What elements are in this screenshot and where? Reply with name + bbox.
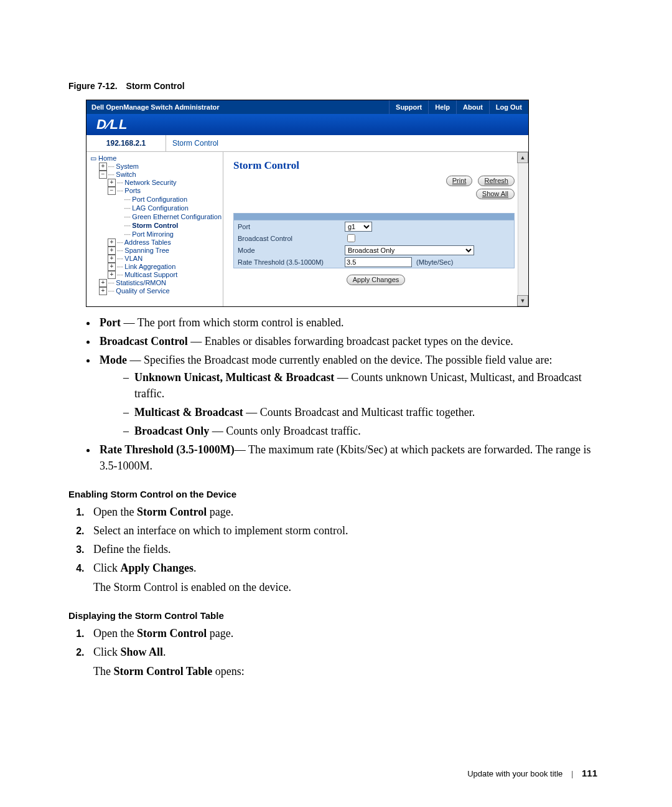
form-panel: Port g1 Broadcast Control Mode Broadcast… xyxy=(233,213,515,268)
breadcrumb-text: Storm Control xyxy=(166,135,528,151)
nav-item[interactable]: +····· System xyxy=(90,163,223,171)
step: Click Show All. xyxy=(87,643,607,661)
port-select[interactable]: g1 xyxy=(345,222,372,232)
nav-item[interactable]: +····· Link Aggregation xyxy=(90,263,223,271)
breadcrumb-row: 192.168.2.1 Storm Control xyxy=(86,135,528,152)
scroll-down-icon[interactable]: ▼ xyxy=(517,295,528,306)
section-displaying-steps: Open the Storm Control page.Click Show A… xyxy=(68,625,607,661)
collapse-icon[interactable]: − xyxy=(108,187,116,195)
field-descriptions: Port — The port from which storm control… xyxy=(68,314,607,474)
nav-item[interactable]: +····· Spanning Tree xyxy=(90,247,223,255)
figure-title: Storm Control xyxy=(126,81,185,91)
bullet-broadcast-control: Broadcast Control — Enables or disables … xyxy=(97,333,607,349)
sub-bullet: Unknown Unicast, Multicast & Broadcast —… xyxy=(123,369,607,402)
nav-item[interactable]: ▭ Home xyxy=(90,154,223,163)
step: Define the fields. xyxy=(87,540,607,558)
step: Open the Storm Control page. xyxy=(87,625,607,642)
mode-label: Mode xyxy=(238,247,345,254)
nav-item[interactable]: ····· LAG Configuration xyxy=(90,204,223,212)
section-enabling-title: Enabling Storm Control on the Device xyxy=(68,489,607,499)
expand-icon[interactable]: + xyxy=(99,287,107,295)
nav-item[interactable]: −····· Switch xyxy=(90,171,223,179)
app-title: Dell OpenManage Switch Administrator xyxy=(86,103,389,111)
step: Select an interface on which to implemen… xyxy=(87,522,607,539)
nav-item[interactable]: +····· VLAN xyxy=(90,255,223,263)
broadcast-control-checkbox[interactable] xyxy=(347,234,355,242)
section-enabling-result: The Storm Control is enabled on the devi… xyxy=(93,579,607,595)
sub-bullet: Multicast & Broadcast — Counts Broadcast… xyxy=(123,404,607,420)
expand-icon[interactable]: + xyxy=(108,271,116,279)
rate-unit: (Mbyte/Sec) xyxy=(416,258,453,266)
step: Click Apply Changes. xyxy=(87,559,607,577)
device-ip: 192.168.2.1 xyxy=(86,135,166,151)
broadcast-control-label: Broadcast Control xyxy=(238,235,345,242)
page-number: 111 xyxy=(582,768,597,778)
apply-changes-button[interactable]: Apply Changes xyxy=(347,275,406,285)
nav-item[interactable]: +····· Network Security xyxy=(90,179,223,187)
nav-tree: ▭ Home+····· System−····· Switch+····· N… xyxy=(86,152,223,306)
expand-icon[interactable]: + xyxy=(99,279,107,287)
nav-item[interactable]: ····· Storm Control xyxy=(90,221,223,230)
collapse-icon[interactable]: − xyxy=(99,171,107,179)
section-enabling-steps: Open the Storm Control page.Select an in… xyxy=(68,503,607,577)
expand-icon[interactable]: + xyxy=(108,179,116,187)
figure-label: Figure 7-12. xyxy=(68,81,118,91)
scrollbar[interactable] xyxy=(518,163,528,296)
content-title: Storm Control xyxy=(233,159,515,172)
show-all-button[interactable]: Show All xyxy=(476,189,515,199)
refresh-button[interactable]: Refresh xyxy=(478,176,515,186)
step: Open the Storm Control page. xyxy=(87,503,607,521)
port-label: Port xyxy=(238,223,345,230)
nav-item[interactable]: +····· Quality of Service xyxy=(90,287,223,295)
page-footer: Update with your book title | 111 xyxy=(467,768,597,778)
expand-icon[interactable]: + xyxy=(108,238,116,247)
titlebar: Dell OpenManage Switch Administrator Sup… xyxy=(86,100,528,114)
screenshot-frame: Dell OpenManage Switch Administrator Sup… xyxy=(86,100,529,307)
expand-icon[interactable]: + xyxy=(108,255,116,263)
logout-link[interactable]: Log Out xyxy=(489,100,528,114)
home-icon: ▭ xyxy=(90,154,96,162)
bullet-rate-threshold: Rate Threshold (3.5-1000M)— The maximum … xyxy=(97,441,607,474)
section-displaying-title: Displaying the Storm Control Table xyxy=(68,610,607,621)
footer-title: Update with your book title xyxy=(467,769,562,778)
mode-select[interactable]: Broadcast Only xyxy=(345,245,474,255)
content-pane: ▲ ▼ Storm Control Print Refresh Show All… xyxy=(223,152,528,306)
dell-logo: D∕LL xyxy=(96,116,128,133)
logo-band: D∕LL xyxy=(86,114,528,135)
nav-item[interactable]: ····· Green Ethernet Configuration xyxy=(90,212,223,221)
rate-threshold-input[interactable] xyxy=(345,257,412,267)
scroll-up-icon[interactable]: ▲ xyxy=(517,152,528,163)
expand-icon[interactable]: + xyxy=(108,247,116,255)
section-displaying-result: The Storm Control Table opens: xyxy=(93,663,607,679)
figure-caption: Figure 7-12.Storm Control xyxy=(68,81,607,91)
expand-icon[interactable]: + xyxy=(108,263,116,271)
expand-icon[interactable]: + xyxy=(99,163,107,171)
nav-item[interactable]: +····· Address Tables xyxy=(90,238,223,247)
help-link[interactable]: Help xyxy=(428,100,456,114)
sub-bullet: Broadcast Only — Counts only Broadcast t… xyxy=(123,423,607,439)
bullet-mode: Mode — Specifies the Broadcast mode curr… xyxy=(97,352,607,439)
support-link[interactable]: Support xyxy=(389,100,428,114)
nav-item[interactable]: ····· Port Configuration xyxy=(90,195,223,204)
nav-item[interactable]: +····· Statistics/RMON xyxy=(90,279,223,287)
about-link[interactable]: About xyxy=(456,100,489,114)
rate-threshold-label: Rate Threshold (3.5-1000M) xyxy=(238,258,345,266)
nav-item[interactable]: ····· Port Mirroring xyxy=(90,230,223,238)
print-button[interactable]: Print xyxy=(446,176,473,186)
nav-item[interactable]: −····· Ports xyxy=(90,187,223,195)
nav-item[interactable]: +····· Multicast Support xyxy=(90,271,223,279)
bullet-port: Port — The port from which storm control… xyxy=(97,314,607,331)
